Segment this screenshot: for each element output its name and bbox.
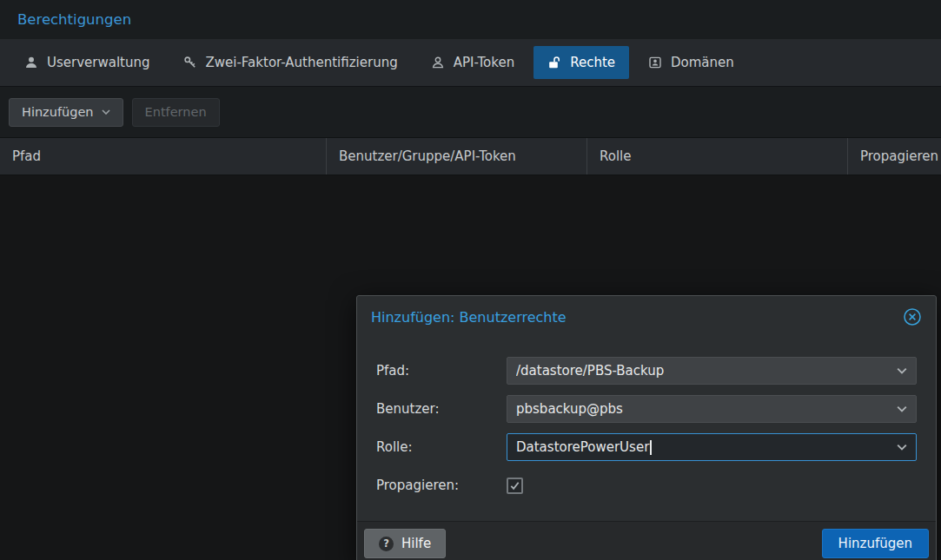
id-card-icon [648,56,662,69]
column-header-propagieren[interactable]: Propagieren [847,138,941,175]
permissions-toolbar: Hinzufügen Entfernen [0,87,941,137]
pfad-field-label: Pfad: [376,363,507,379]
page-title: Berechtigungen [17,11,131,28]
pfad-combo[interactable]: /datastore/PBS-Backup [507,357,917,385]
dialog-body: Pfad: /datastore/PBS-Backup Benutzer: pb… [357,338,936,521]
rolle-combo-input[interactable]: DatastorePowerUser [507,433,917,461]
tab-label: Domänen [671,55,734,70]
remove-button-label: Entfernen [145,105,207,119]
tab-label: Zwei-Faktor-Authentifizierung [206,55,398,70]
add-user-permission-dialog: Hinzufügen: Benutzerrechte Pfad: /datast… [356,295,937,560]
tab-zwei-faktor-authentifizierung[interactable]: Zwei-Faktor-Authentifizierung [169,46,412,79]
chevron-down-icon[interactable] [897,367,907,374]
text-cursor [650,440,652,455]
rolle-field-row: Rolle: DatastorePowerUser [376,433,917,461]
page-header: Berechtigungen [0,0,941,39]
benutzer-combo-value: pbsbackup@pbs [516,401,890,417]
pfad-field-row: Pfad: /datastore/PBS-Backup [376,357,917,385]
tab-api-token[interactable]: API-Token [417,46,528,79]
user-outline-icon [431,56,445,69]
tab-label: Rechte [570,55,615,70]
add-menu-button-label: Hinzufügen [22,105,94,119]
dialog-footer: ? Hilfe Hinzufügen [357,521,936,560]
rolle-field-label: Rolle: [376,439,507,455]
benutzer-field-label: Benutzer: [376,401,507,417]
rolle-combo-text: DatastorePowerUser [516,439,649,455]
help-button-label: Hilfe [401,536,431,551]
pfad-combo-value: /datastore/PBS-Backup [516,363,890,379]
tab-label: Userverwaltung [47,55,150,70]
checkmark-icon [509,480,520,491]
chevron-down-icon[interactable] [897,405,907,412]
close-icon[interactable] [903,307,922,326]
column-header-rolle[interactable]: Rolle [586,138,847,175]
chevron-down-icon[interactable] [897,444,907,451]
propagieren-field-row: Propagieren: [376,471,917,499]
rolle-combo-value: DatastorePowerUser [516,439,890,455]
tab-bar: Userverwaltung Zwei-Faktor-Authentifizie… [0,39,941,87]
benutzer-field-row: Benutzer: pbsbackup@pbs [376,395,917,423]
help-glyph: ? [383,537,389,550]
remove-button[interactable]: Entfernen [132,98,220,127]
tab-domaenen[interactable]: Domänen [634,46,748,79]
permissions-table-header: Pfad Benutzer/Gruppe/API-Token Rolle Pro… [0,137,941,175]
chevron-down-icon [102,109,110,115]
user-icon [24,56,38,69]
add-menu-button[interactable]: Hinzufügen [9,98,123,127]
berechtigungen-page: Berechtigungen Userverwaltung Zwei-Fakto… [0,0,941,560]
propagieren-field-label: Propagieren: [376,478,507,493]
tab-userverwaltung[interactable]: Userverwaltung [10,46,164,79]
key-icon [183,56,197,69]
propagieren-checkbox[interactable] [507,478,523,494]
benutzer-combo[interactable]: pbsbackup@pbs [507,395,917,423]
dialog-header: Hinzufügen: Benutzerrechte [357,296,936,338]
submit-add-button[interactable]: Hinzufügen [822,529,929,558]
help-button[interactable]: ? Hilfe [364,529,446,558]
column-header-pfad[interactable]: Pfad [0,138,326,175]
tab-label: API-Token [454,55,514,70]
tab-rechte[interactable]: Rechte [533,46,629,79]
lock-open-icon [547,56,561,69]
dialog-title: Hinzufügen: Benutzerrechte [371,309,567,326]
column-header-benutzer-gruppe-api-token[interactable]: Benutzer/Gruppe/API-Token [326,138,586,175]
help-icon: ? [379,537,394,551]
